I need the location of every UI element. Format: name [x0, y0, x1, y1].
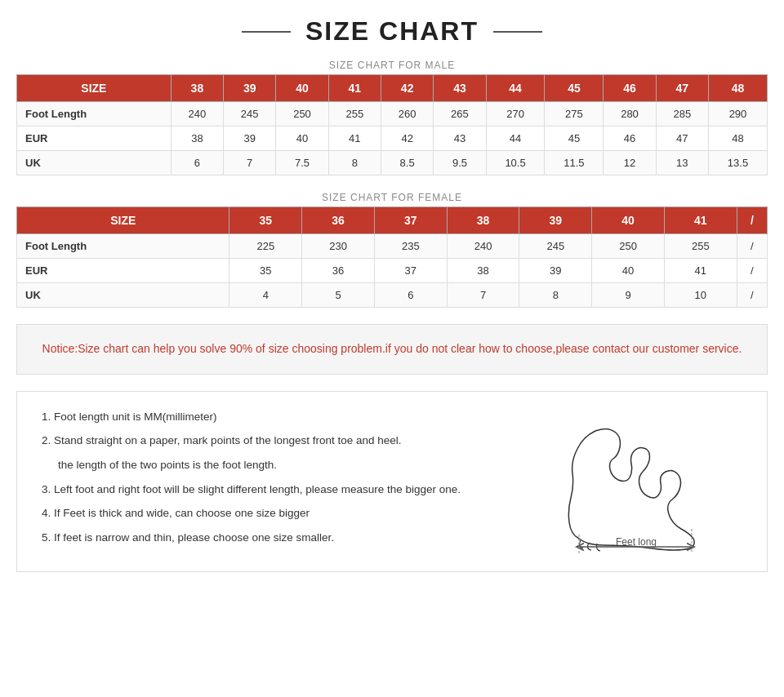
male-header-cell: 43: [434, 75, 486, 102]
table-cell: 6: [171, 151, 223, 175]
male-table-body: Foot Length24024525025526026527027528028…: [17, 102, 768, 175]
table-cell: 265: [434, 102, 486, 127]
table-row: Foot Length225230235240245250255/: [17, 234, 768, 259]
table-row: EUR35363738394041/: [17, 259, 768, 283]
male-header-cell: 38: [171, 75, 223, 102]
table-cell: 11.5: [545, 151, 604, 175]
table-cell: 40: [592, 259, 665, 283]
female-header-cell: SIZE: [17, 207, 229, 234]
table-cell: 35: [229, 259, 302, 283]
table-cell: 38: [447, 259, 519, 283]
table-cell: 39: [519, 259, 592, 283]
female-header-cell: 35: [229, 207, 302, 234]
table-cell: 255: [328, 102, 381, 127]
table-cell: 10: [664, 283, 737, 308]
table-cell: 9: [592, 283, 665, 308]
instruction-item: 4. If Feet is thick and wide, can choose…: [42, 504, 530, 522]
female-header-cell: 36: [302, 207, 375, 234]
table-cell: 290: [708, 102, 767, 127]
table-row: EUR3839404142434445464748: [17, 127, 768, 151]
table-cell: 260: [381, 102, 433, 127]
table-cell: 46: [604, 127, 656, 151]
table-cell: 255: [664, 234, 737, 259]
instruction-item: 2. Stand straight on a paper, mark point…: [42, 432, 530, 450]
female-size-table: SIZE35363738394041/ Foot Length225230235…: [16, 206, 768, 308]
male-section-label: SIZE CHART FOR MALE: [16, 60, 768, 71]
instruction-indent: the length of the two points is the foot…: [58, 456, 530, 474]
row-label: Foot Length: [17, 234, 229, 259]
table-cell: /: [737, 283, 767, 308]
male-size-table: SIZE3839404142434445464748 Foot Length24…: [16, 74, 768, 175]
male-header-cell: 44: [486, 75, 545, 102]
instruction-item: the length of the two points is the foot…: [42, 456, 530, 474]
table-cell: 8: [519, 283, 592, 308]
table-cell: 275: [545, 102, 604, 127]
instruction-item: 5. If feet is narrow and thin, please ch…: [42, 529, 530, 547]
notice-box: Notice:Size chart can help you solve 90%…: [16, 324, 768, 375]
table-cell: 240: [447, 234, 519, 259]
male-header-cell: 46: [604, 75, 656, 102]
table-cell: 245: [519, 234, 592, 259]
table-cell: 5: [302, 283, 375, 308]
table-cell: 250: [276, 102, 328, 127]
table-cell: 280: [604, 102, 656, 127]
table-cell: 13.5: [708, 151, 767, 175]
table-cell: 47: [656, 127, 708, 151]
table-cell: 230: [302, 234, 375, 259]
table-cell: 43: [434, 127, 486, 151]
table-row: UK677.588.59.510.511.5121313.5: [17, 151, 768, 175]
table-cell: 41: [664, 259, 737, 283]
female-header-cell: 40: [592, 207, 665, 234]
table-cell: 235: [374, 234, 447, 259]
table-row: Foot Length24024525025526026527027528028…: [17, 102, 768, 127]
female-header-cell: 41: [664, 207, 737, 234]
table-cell: 7: [224, 151, 276, 175]
instruction-item: 3. Left foot and right foot will be slig…: [42, 481, 530, 499]
table-row: UK45678910/: [17, 283, 768, 308]
table-cell: 285: [656, 102, 708, 127]
male-header-cell: 39: [224, 75, 276, 102]
table-cell: 36: [302, 259, 375, 283]
male-table-header-row: SIZE3839404142434445464748: [17, 75, 768, 102]
male-header-cell: SIZE: [17, 75, 172, 102]
row-label: UK: [17, 151, 172, 175]
feet-long-label: Feet long: [616, 536, 657, 548]
table-cell: 48: [708, 127, 767, 151]
table-cell: 44: [486, 127, 545, 151]
table-cell: 9.5: [434, 151, 486, 175]
male-header-cell: 40: [276, 75, 328, 102]
table-cell: 225: [229, 234, 302, 259]
instructions-section: 1. Foot length unit is MM(millimeter)2. …: [16, 391, 768, 572]
table-cell: 8.5: [381, 151, 433, 175]
table-cell: 7: [447, 283, 519, 308]
female-table-header-row: SIZE35363738394041/: [17, 207, 768, 234]
table-cell: 250: [592, 234, 665, 259]
row-label: Foot Length: [17, 102, 172, 127]
table-cell: 13: [656, 151, 708, 175]
table-cell: 240: [171, 102, 223, 127]
table-cell: 38: [171, 127, 223, 151]
title-line-right: [493, 31, 542, 33]
table-cell: 6: [374, 283, 447, 308]
male-header-cell: 41: [328, 75, 381, 102]
foot-diagram: Feet long: [546, 408, 742, 555]
male-header-cell: 42: [381, 75, 433, 102]
female-header-cell: 39: [519, 207, 592, 234]
table-cell: 42: [381, 127, 433, 151]
title-line-left: [242, 31, 291, 33]
table-cell: 39: [224, 127, 276, 151]
female-table-body: Foot Length225230235240245250255/EUR3536…: [17, 234, 768, 308]
female-header-cell: /: [737, 207, 767, 234]
table-cell: 45: [545, 127, 604, 151]
table-cell: 37: [374, 259, 447, 283]
table-cell: /: [737, 259, 767, 283]
table-cell: 40: [276, 127, 328, 151]
male-header-cell: 47: [656, 75, 708, 102]
row-label: UK: [17, 283, 229, 308]
table-cell: /: [737, 234, 767, 259]
page-wrapper: SIZE CHART SIZE CHART FOR MALE SIZE38394…: [0, 0, 784, 588]
table-cell: 7.5: [276, 151, 328, 175]
instructions-list: 1. Foot length unit is MM(millimeter)2. …: [42, 408, 530, 547]
foot-svg: Feet long: [555, 408, 734, 555]
row-label: EUR: [17, 259, 229, 283]
